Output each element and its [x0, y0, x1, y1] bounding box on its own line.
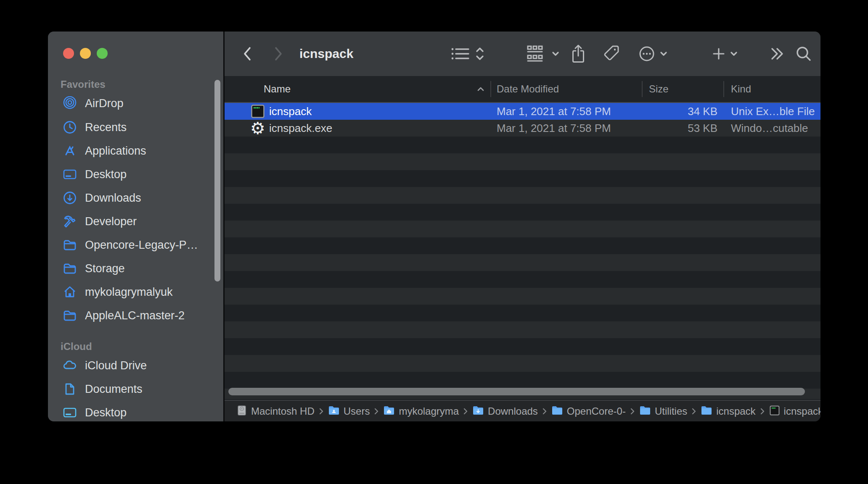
sidebar-item-documents[interactable]: Documents: [48, 377, 223, 401]
applications-icon: [62, 143, 77, 158]
sidebar-item-label: Recents: [85, 121, 127, 134]
path-item-users[interactable]: Users: [328, 405, 370, 417]
desktop-icon: [62, 167, 77, 182]
folder-icon: [62, 261, 77, 276]
path-bar: Macintosh HD Users: [225, 400, 820, 421]
home-icon: [62, 284, 77, 300]
sidebar-item-desktop-icloud[interactable]: Desktop: [48, 401, 223, 421]
path-item-downloads[interactable]: Downloads: [472, 405, 538, 417]
path-item-icnspack-file[interactable]: icnspack: [769, 405, 820, 418]
share-icon[interactable]: [571, 44, 586, 63]
close-button[interactable]: [63, 48, 74, 59]
sidebar-item-desktop[interactable]: Desktop: [48, 163, 223, 186]
horizontal-scrollbar[interactable]: [228, 388, 805, 395]
folder-home-icon: [383, 405, 395, 417]
column-divider[interactable]: [642, 81, 643, 97]
toolbar: icnspack: [225, 32, 820, 76]
folder-icon: [639, 405, 651, 417]
sidebar-item-label: AirDrop: [85, 97, 124, 110]
file-date: Mar 1, 2021 at 7:58 PM: [497, 105, 611, 118]
group-by-button[interactable]: [527, 45, 560, 63]
folder-icon: [62, 237, 77, 253]
file-name: icnspack.exe: [269, 122, 332, 135]
path-item-label: icnspack: [716, 405, 755, 417]
downloads-icon: [62, 190, 77, 205]
file-row-icnspack-exe[interactable]: ⚙ icnspack.exe Mar 1, 2021 at 7:58 PM 53…: [225, 120, 820, 137]
column-header-size[interactable]: Size: [649, 83, 669, 95]
sidebar-item-downloads[interactable]: Downloads: [48, 186, 223, 210]
sidebar-item-label: AppleALC-master-2: [85, 309, 185, 322]
folder-downloads-icon: [472, 405, 484, 417]
toolbar-overflow-icon[interactable]: [769, 46, 786, 61]
cloud-icon: [62, 358, 77, 373]
sidebar-section-icloud: iCloud: [61, 341, 92, 352]
sidebar-item-developer[interactable]: Developer: [48, 210, 223, 233]
column-header-name[interactable]: Name: [264, 83, 291, 95]
hard-drive-icon: [236, 405, 247, 418]
path-item-label: OpenCore-0-: [567, 405, 626, 417]
desktop-icon: [62, 405, 77, 420]
file-kind: Windo…cutable: [731, 122, 808, 135]
column-divider[interactable]: [723, 81, 724, 97]
minimize-button[interactable]: [80, 48, 91, 59]
sidebar-item-applications[interactable]: Applications: [48, 139, 223, 163]
clock-icon: [62, 120, 77, 135]
tag-icon[interactable]: [603, 45, 621, 63]
main-area: icnspack: [225, 32, 820, 421]
chevron-right-icon: [760, 408, 765, 415]
list-header: Name Date Modified Size Kind: [225, 76, 820, 103]
windows-executable-icon: ⚙: [250, 121, 265, 136]
path-item-label: Macintosh HD: [251, 405, 315, 417]
sidebar-item-home[interactable]: mykolagrymalyuk: [48, 280, 223, 304]
sidebar-item-opencore-legacy[interactable]: Opencore-Legacy-P…: [48, 233, 223, 257]
airdrop-icon: [62, 96, 77, 111]
sidebar-item-applealc[interactable]: AppleALC-master-2: [48, 304, 223, 327]
file-size: 34 KB: [649, 105, 717, 118]
column-header-date-modified[interactable]: Date Modified: [497, 83, 559, 95]
path-item-opencore[interactable]: OpenCore-0-: [551, 405, 626, 417]
sort-ascending-icon: [476, 83, 486, 95]
file-date: Mar 1, 2021 at 7:58 PM: [497, 122, 611, 135]
file-row-icnspack[interactable]: icnspack Mar 1, 2021 at 7:58 PM 34 KB Un…: [225, 103, 820, 120]
zoom-button[interactable]: [97, 48, 108, 59]
sidebar-item-recents[interactable]: Recents: [48, 116, 223, 139]
sidebar-item-storage[interactable]: Storage: [48, 257, 223, 280]
file-name: icnspack: [269, 105, 312, 118]
window-title: icnspack: [299, 47, 353, 61]
chevron-right-icon: [630, 408, 635, 415]
sidebar-item-label: Opencore-Legacy-P…: [85, 239, 198, 252]
path-item-utilities[interactable]: Utilities: [639, 405, 687, 417]
view-mode-stepper[interactable]: [474, 45, 486, 63]
folder-icon: [701, 405, 712, 417]
path-item-macintosh-hd[interactable]: Macintosh HD: [236, 405, 315, 418]
column-header-kind[interactable]: Kind: [731, 83, 751, 95]
chevron-right-icon: [691, 408, 696, 415]
search-icon[interactable]: [795, 45, 812, 63]
sidebar-item-airdrop[interactable]: AirDrop: [48, 92, 223, 115]
view-list-button[interactable]: [450, 46, 470, 62]
sidebar-item-label: Desktop: [85, 168, 127, 181]
path-item-label: Users: [344, 405, 370, 417]
back-button[interactable]: [241, 45, 254, 63]
chevron-right-icon: [542, 408, 547, 415]
path-item-label: Utilities: [655, 405, 687, 417]
new-item-button[interactable]: [712, 47, 738, 61]
sidebar-item-label: Documents: [85, 383, 143, 396]
sidebar-item-icloud-drive[interactable]: iCloud Drive: [48, 354, 223, 377]
path-item-user-home[interactable]: mykolagryma: [383, 405, 459, 417]
column-divider[interactable]: [490, 81, 491, 97]
forward-button[interactable]: [272, 45, 284, 63]
sidebar-item-label: Developer: [85, 215, 137, 228]
sidebar-item-label: Downloads: [85, 192, 141, 205]
unix-executable-icon: [250, 104, 265, 119]
file-list: icnspack Mar 1, 2021 at 7:58 PM 34 KB Un…: [225, 103, 820, 399]
folder-icon: [62, 308, 77, 323]
path-item-label: mykolagryma: [399, 405, 459, 417]
more-options-button[interactable]: [638, 45, 668, 63]
chevron-right-icon: [463, 408, 468, 415]
file-size: 53 KB: [649, 122, 717, 135]
sidebar-item-label: Applications: [85, 145, 146, 158]
sidebar-scrollbar[interactable]: [214, 80, 220, 281]
sidebar-item-label: iCloud Drive: [85, 359, 147, 372]
path-item-icnspack-folder[interactable]: icnspack: [701, 405, 755, 417]
